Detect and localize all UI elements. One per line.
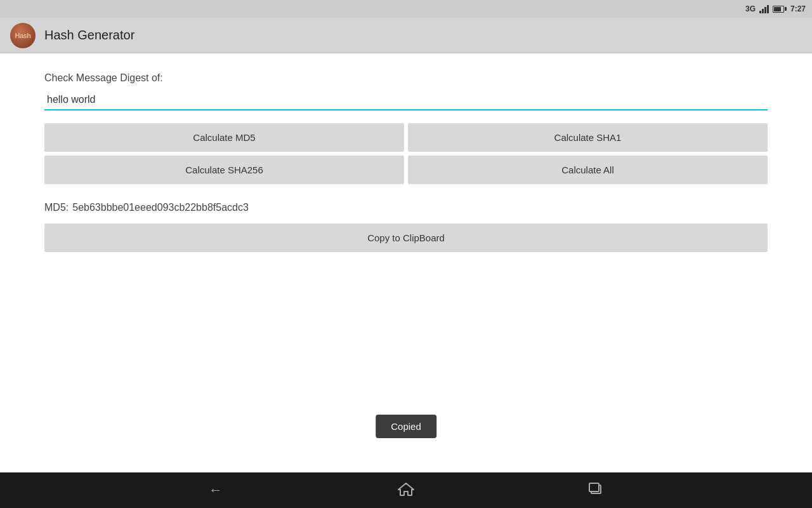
main-content: Check Message Digest of: Calculate MD5 C… (0, 53, 812, 472)
calculate-sha1-button[interactable]: Calculate SHA1 (408, 123, 768, 152)
network-label: 3G (745, 4, 756, 13)
calculate-md5-button[interactable]: Calculate MD5 (44, 123, 404, 152)
svg-marker-0 (398, 483, 414, 495)
home-icon (398, 482, 414, 498)
toast: Copied (376, 415, 436, 438)
result-value: 5eb63bbbe01eeed093cb22bb8f5acdc3 (72, 202, 249, 213)
back-icon: ← (209, 482, 223, 498)
svg-rect-2 (589, 483, 599, 491)
signal-icon (759, 4, 769, 13)
app-icon: Hash (10, 23, 36, 48)
calculate-sha256-button[interactable]: Calculate SHA256 (44, 156, 404, 184)
message-input[interactable] (44, 91, 768, 110)
home-button[interactable] (311, 472, 501, 508)
result-label: MD5: (44, 202, 69, 213)
recent-apps-icon (589, 482, 604, 498)
copy-to-clipboard-button[interactable]: Copy to ClipBoard (44, 224, 768, 252)
time-display: 7:27 (790, 4, 806, 13)
app-title: Hash Generator (44, 28, 134, 43)
nav-bar: ← (0, 472, 812, 508)
buttons-grid: Calculate MD5 Calculate SHA1 Calculate S… (44, 123, 768, 184)
status-bar: 3G 7:27 (0, 0, 812, 18)
result-row: MD5: 5eb63bbbe01eeed093cb22bb8f5acdc3 (44, 202, 768, 213)
app-bar: Hash Hash Generator (0, 18, 812, 53)
battery-icon (773, 6, 787, 13)
section-label: Check Message Digest of: (44, 72, 768, 84)
calculate-all-button[interactable]: Calculate All (408, 156, 768, 184)
back-button[interactable]: ← (121, 472, 311, 508)
recent-apps-button[interactable] (501, 472, 691, 508)
